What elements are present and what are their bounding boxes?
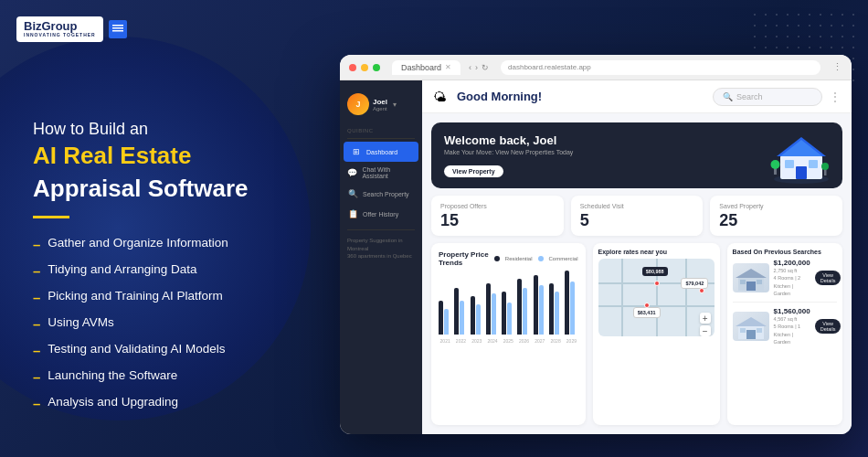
property-info-2: $1,560,000 4,567 sq ft 5 Rooms | 1 Kitch… (774, 307, 810, 345)
sidebar-item-chat[interactable]: 💬 Chat With Assistant (340, 162, 422, 184)
tab-close-icon[interactable]: ✕ (445, 63, 451, 71)
sidebar-avatar: J (347, 93, 369, 115)
search-property-icon: 🔍 (347, 188, 358, 199)
legend-label-residential: Residential (505, 256, 533, 261)
browser-content: J Joel Agent ▾ QuiBinc ⊞ Dashboard 💬 Cha… (340, 80, 852, 434)
stat-value-visits: 5 (580, 212, 694, 228)
svg-rect-21 (746, 330, 756, 339)
nav-forward-icon[interactable]: › (475, 63, 478, 72)
view-details-button-1[interactable]: View Details (815, 271, 842, 285)
bullet-text: Launching the Software (48, 367, 177, 385)
sidebar-search-label: Search Property (363, 191, 409, 197)
search-box[interactable]: 🔍 Search (713, 88, 822, 106)
chart-bar-group (439, 301, 451, 335)
bullet-item: –Testing and Validating AI Models (33, 341, 334, 360)
svg-rect-22 (740, 328, 746, 333)
bar-residential (549, 283, 554, 335)
sidebar-item-dashboard[interactable]: ⊞ Dashboard (344, 142, 418, 162)
sidebar-role: Agent (373, 106, 387, 112)
chart-title: Property Price Trends (439, 250, 494, 267)
logo-icon (109, 20, 127, 38)
svg-rect-2 (112, 25, 123, 27)
bar-residential (534, 275, 538, 335)
sidebar-divider-2 (347, 229, 415, 230)
browser-tab[interactable]: Dashboard ✕ (392, 60, 460, 75)
bullet-dash: – (33, 261, 40, 281)
properties-title: Based On Previous Searches (733, 249, 837, 255)
chart-x-label: 2024 (486, 338, 499, 344)
property-size-2: 4,567 sq ft (774, 315, 810, 323)
search-icon: 🔍 (723, 92, 733, 101)
bullet-item: –Picking and Training AI Platform (33, 288, 334, 307)
bullet-dash: – (33, 341, 40, 360)
map-bg: $80,988 $79,042 $63,431 + − (598, 259, 715, 336)
map-pin-1 (654, 281, 660, 286)
sidebar-item-search-property[interactable]: 🔍 Search Property (340, 184, 422, 204)
bullet-item: –Using AVMs (33, 314, 334, 334)
bullet-text: Tidying and Arranging Data (48, 261, 196, 279)
browser-menu-icon[interactable]: ⋮ (832, 61, 842, 73)
browser-url-text: dashboard.realestate.app (508, 63, 591, 71)
bullet-item: –Launching the Software (33, 367, 334, 387)
chart-x-label: 2022 (454, 338, 467, 344)
chart-bar-group (517, 279, 530, 335)
chart-x-label: 2026 (517, 338, 530, 344)
legend-dot-commercial (538, 256, 544, 261)
chat-icon: 💬 (347, 167, 357, 178)
chart-bar-group (534, 275, 546, 335)
nav-back-icon[interactable]: ‹ (469, 63, 471, 72)
divider-line (33, 216, 69, 218)
property-image-2 (733, 312, 769, 341)
map-title: Explore rates near you (598, 249, 715, 255)
greeting-icon: 🌤 (433, 90, 446, 104)
chart-x-label: 2021 (439, 338, 451, 344)
svg-point-11 (771, 160, 780, 169)
map-price-2: $79,042 (681, 278, 708, 289)
svg-point-13 (821, 163, 829, 170)
chart-legend: Residential Commercial (494, 256, 578, 261)
nav-refresh-icon[interactable]: ↻ (482, 63, 489, 72)
topbar-menu-icon[interactable]: ⋮ (830, 90, 841, 103)
chart-x-label: 2028 (549, 338, 562, 344)
bullet-text: Analysis and Upgrading (48, 394, 178, 411)
sidebar-item-offer-history[interactable]: 📋 Offer History (340, 204, 422, 224)
bar-commercial (570, 282, 575, 335)
user-dropdown-icon[interactable]: ▾ (393, 101, 397, 109)
logo-text: BizGroup (24, 20, 78, 32)
svg-rect-12 (824, 169, 827, 175)
bar-commercial (476, 304, 481, 335)
browser-dot-red[interactable] (349, 64, 356, 71)
svg-marker-15 (736, 269, 767, 278)
browser-dot-yellow[interactable] (361, 64, 368, 71)
dashboard-scroll: Welcome back, Joel Make Your Move: View … (422, 113, 852, 434)
browser-window: Dashboard ✕ ‹ › ↻ dashboard.realestate.a… (340, 55, 852, 434)
map-road-v1 (621, 259, 623, 336)
dashboard-icon: ⊞ (351, 146, 362, 157)
bullet-item: –Analysis and Upgrading (33, 394, 334, 413)
chart-bar-group (549, 283, 562, 335)
headline-prefix: How to Build an (33, 119, 334, 140)
svg-rect-7 (785, 160, 794, 168)
stat-label-offers: Proposed Offers (440, 203, 555, 209)
bar-residential (439, 301, 443, 335)
view-details-button-2[interactable]: View Details (815, 319, 842, 334)
hero-banner: Welcome back, Joel Make Your Move: View … (431, 122, 842, 188)
sidebar-section-label: QuiBinc (340, 124, 422, 135)
chart-bar-group (486, 283, 499, 335)
bar-commercial (507, 303, 512, 335)
view-property-button[interactable]: View Property (444, 165, 503, 177)
sidebar-username: Joel (373, 98, 387, 106)
svg-rect-9 (796, 166, 807, 179)
chart-x-label: 2025 (502, 338, 514, 344)
property-card-1: $1,200,000 2,750 sq ft 4 Rooms | 2 Kitch… (733, 259, 837, 303)
bullet-dash: – (33, 288, 40, 307)
logo-box: BizGroup INNOVATING TOGETHER (16, 16, 103, 42)
map-zoom-out[interactable]: − (700, 325, 711, 336)
map-price-3: $63,431 (633, 307, 661, 318)
property-price-2: $1,560,000 (774, 307, 810, 315)
browser-url-bar[interactable]: dashboard.realestate.app (501, 60, 820, 75)
browser-dot-green[interactable] (373, 64, 380, 71)
bar-residential (565, 271, 569, 335)
map-zoom-in[interactable]: + (700, 313, 711, 324)
sidebar-user: J Joel Agent ▾ (340, 88, 422, 121)
